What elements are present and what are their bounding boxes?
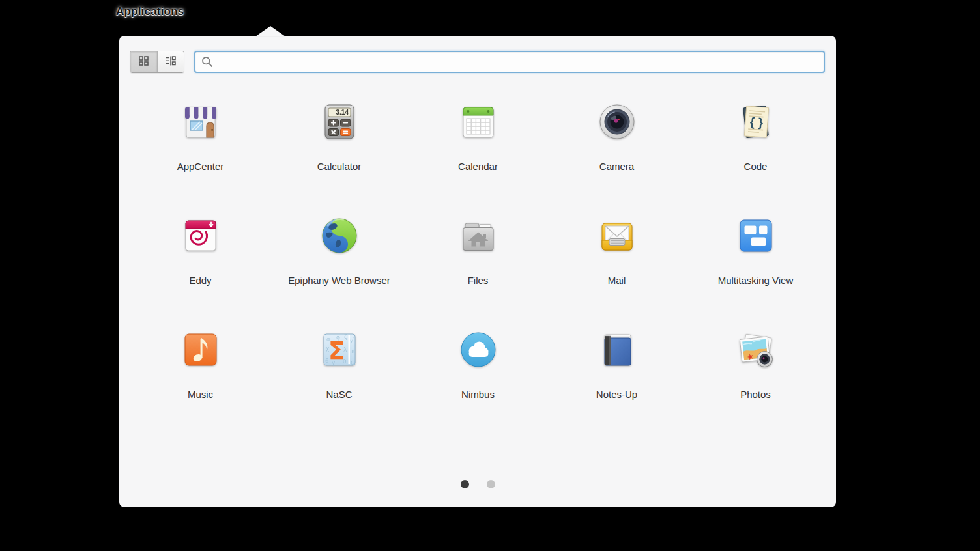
- app-label: NaSC: [326, 389, 352, 400]
- page-indicator: [119, 480, 836, 488]
- app-item-multitasking[interactable]: Multitasking View: [686, 215, 825, 329]
- app-item-mail[interactable]: Mail: [547, 215, 686, 329]
- mail-inbox-icon: [596, 215, 638, 257]
- app-label: Mail: [608, 275, 626, 286]
- photos-stack-icon: ★: [735, 329, 777, 371]
- app-item-eddy[interactable]: Eddy: [131, 215, 270, 329]
- app-item-calculator[interactable]: 3.14 Calculator: [270, 101, 409, 215]
- app-item-camera[interactable]: Camera: [547, 101, 686, 215]
- app-label: Epiphany Web Browser: [288, 275, 390, 286]
- notesup-book-icon: [596, 329, 638, 371]
- app-item-files[interactable]: Files: [409, 215, 547, 329]
- app-item-appcenter[interactable]: AppCenter: [131, 101, 270, 215]
- grid-view-button[interactable]: [130, 51, 157, 72]
- camera-lens-icon: [596, 101, 638, 143]
- app-label: Code: [744, 161, 768, 172]
- code-braces-icon: { }: [735, 101, 777, 143]
- launcher-toolbar: [130, 51, 825, 73]
- search-input[interactable]: [219, 56, 818, 68]
- search-icon: [201, 56, 213, 68]
- eddy-debian-swirl-icon: [180, 215, 222, 257]
- app-item-notesup[interactable]: Notes-Up: [547, 329, 686, 443]
- nasc-sigma-icon: αφζ√ χλπ ϑγθω Σ: [319, 329, 360, 371]
- app-item-nasc[interactable]: αφζ√ χλπ ϑγθω Σ NaSC: [270, 329, 409, 443]
- files-folder-icon: [457, 215, 499, 257]
- app-item-nimbus[interactable]: Nimbus: [409, 329, 547, 443]
- app-launcher-popover: AppCenter 3.14: [119, 36, 836, 507]
- svg-text:π: π: [351, 348, 355, 354]
- svg-text:Σ: Σ: [328, 337, 345, 365]
- app-label: Calculator: [317, 161, 362, 172]
- app-label: AppCenter: [177, 161, 224, 172]
- app-grid: AppCenter 3.14: [131, 101, 825, 443]
- epiphany-globe-icon: [319, 215, 360, 257]
- app-label: Photos: [740, 389, 771, 400]
- app-label: Music: [188, 389, 213, 400]
- app-item-music[interactable]: Music: [131, 329, 270, 443]
- svg-text:{ }: { }: [749, 115, 764, 129]
- search-entry[interactable]: [194, 51, 825, 73]
- app-item-code[interactable]: { } Code: [686, 101, 825, 215]
- app-label: Notes-Up: [596, 389, 637, 400]
- grid-view-icon: [138, 55, 149, 69]
- music-note-icon: [180, 329, 222, 371]
- page-dot-1[interactable]: [461, 480, 469, 488]
- category-view-button[interactable]: [157, 51, 184, 72]
- page-dot-2[interactable]: [487, 480, 495, 488]
- multitasking-windows-icon: [735, 215, 777, 257]
- popover-arrow: [255, 26, 285, 36]
- app-label: Camera: [599, 161, 634, 172]
- app-label: Files: [468, 275, 489, 286]
- category-view-icon: [165, 55, 177, 69]
- app-item-photos[interactable]: ★ Photos: [686, 329, 825, 443]
- calculator-icon: 3.14: [319, 101, 360, 143]
- calendar-icon: [457, 101, 499, 143]
- app-label: Nimbus: [461, 389, 495, 400]
- app-item-calendar[interactable]: Calendar: [409, 101, 547, 215]
- app-label: Eddy: [189, 275, 211, 286]
- svg-text:ω: ω: [351, 360, 356, 366]
- nimbus-cloud-icon: [457, 329, 499, 371]
- app-label: Calendar: [458, 161, 498, 172]
- appcenter-storefront-icon: [180, 101, 222, 143]
- view-mode-toggle: [130, 51, 184, 73]
- app-label: Multitasking View: [718, 275, 794, 286]
- app-item-epiphany[interactable]: Epiphany Web Browser: [270, 215, 409, 329]
- svg-text:3.14: 3.14: [336, 109, 349, 116]
- panel-applications-button[interactable]: Applications: [116, 5, 184, 18]
- svg-text:√: √: [350, 337, 354, 344]
